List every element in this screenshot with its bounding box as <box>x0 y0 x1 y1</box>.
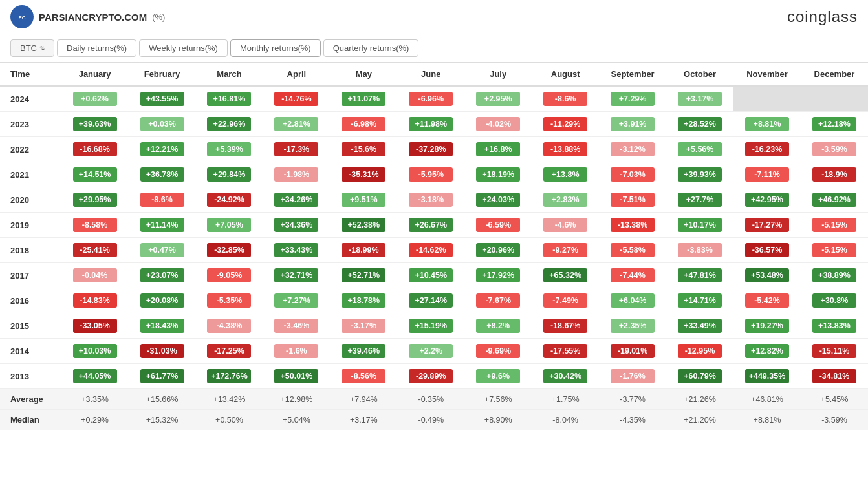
data-cell: +8.81% <box>733 112 801 137</box>
data-cell: -11.29% <box>532 112 599 137</box>
year-cell: 2014 <box>0 339 61 364</box>
data-cell: +16.8% <box>464 137 532 162</box>
cell-value: -37.28% <box>409 142 453 156</box>
cell-value: +18.78% <box>342 293 385 308</box>
cell-value: -6.59% <box>476 218 520 232</box>
data-cell: +449.35% <box>733 364 801 389</box>
data-cell: -3.46% <box>263 313 330 339</box>
data-cell: -6.98% <box>330 112 397 137</box>
data-cell: +20.08% <box>129 288 196 313</box>
cell-value: +29.84% <box>207 167 251 182</box>
cell-value: -15.6% <box>342 142 385 156</box>
data-cell: +13.8% <box>532 162 599 187</box>
data-cell: -15.11% <box>801 339 868 364</box>
data-cell: +23.07% <box>129 263 196 288</box>
table-row: 2013+44.05%+61.77%+172.76%+50.01%-8.56%-… <box>0 364 868 389</box>
cell-value: -19.01% <box>611 344 655 358</box>
median-label: Median <box>0 410 61 430</box>
year-cell: 2019 <box>0 213 61 238</box>
btc-label: BTC <box>20 43 37 53</box>
cell-value: -33.05% <box>73 319 117 333</box>
col-header-may: May <box>330 63 397 86</box>
cell-value: -16.68% <box>73 142 117 156</box>
cell-value: -36.57% <box>745 243 789 257</box>
data-cell: -5.42% <box>733 288 801 313</box>
data-cell: -14.83% <box>61 288 129 313</box>
data-cell: +52.71% <box>330 263 397 288</box>
cell-value: +38.89% <box>812 268 856 282</box>
cell-value: +14.51% <box>73 167 117 182</box>
table-header-row: TimeJanuaryFebruaryMarchAprilMayJuneJuly… <box>0 63 868 86</box>
tab-quarterly[interactable]: Quarterly returns(%) <box>323 39 419 57</box>
cell-value: +52.71% <box>342 268 385 282</box>
data-cell: +7.29% <box>599 86 666 112</box>
data-cell: -17.3% <box>263 137 330 162</box>
average-cell: +7.94% <box>330 389 397 410</box>
cell-value: -5.42% <box>745 293 789 308</box>
year-cell: 2023 <box>0 112 61 137</box>
cell-value: -14.76% <box>274 92 318 106</box>
average-cell: +7.56% <box>464 389 532 410</box>
data-cell: -1.76% <box>599 364 666 389</box>
median-cell: +0.50% <box>196 410 263 430</box>
cell-value: +172.76% <box>207 369 251 383</box>
cell-value: +24.03% <box>476 193 520 207</box>
cell-value: +2.35% <box>611 319 655 333</box>
median-cell: +15.32% <box>129 410 196 430</box>
median-cell: +8.81% <box>733 410 801 430</box>
data-cell: -18.99% <box>330 238 397 263</box>
data-cell: +34.26% <box>263 187 330 213</box>
tab-monthly[interactable]: Monthly returns(%) <box>230 39 321 57</box>
cell-value: +30.8% <box>812 293 856 308</box>
cell-value: -7.67% <box>476 293 520 308</box>
cell-value: +27.7% <box>678 193 722 207</box>
cell-value: -7.44% <box>611 268 655 282</box>
cell-value: -32.85% <box>207 243 251 257</box>
cell-value: -1.76% <box>611 369 655 383</box>
data-cell: -3.83% <box>666 238 733 263</box>
data-cell: +172.76% <box>196 364 263 389</box>
data-cell: +32.71% <box>263 263 330 288</box>
data-cell: +17.92% <box>464 263 532 288</box>
cell-value: +11.14% <box>140 218 184 232</box>
data-cell: -6.59% <box>464 213 532 238</box>
data-cell: +2.2% <box>397 339 464 364</box>
cell-value: -3.83% <box>678 243 722 257</box>
cell-value: -25.41% <box>73 243 117 257</box>
tab-btc[interactable]: BTC ⇅ <box>10 39 54 57</box>
col-header-august: August <box>532 63 599 86</box>
year-cell: 2016 <box>0 288 61 313</box>
cell-value: +7.27% <box>274 293 318 308</box>
average-cell: +21.26% <box>666 389 733 410</box>
data-cell: +14.71% <box>666 288 733 313</box>
data-cell: -8.56% <box>330 364 397 389</box>
data-cell: -7.11% <box>733 162 801 187</box>
cell-value: -34.81% <box>812 369 856 383</box>
data-cell: +19.27% <box>733 313 801 339</box>
cell-value: -9.27% <box>543 243 587 257</box>
cell-value: +0.62% <box>73 92 117 106</box>
data-cell: +11.98% <box>397 112 464 137</box>
table-row: 2020+29.95%-8.6%-24.92%+34.26%+9.51%-3.1… <box>0 187 868 213</box>
data-cell: +9.6% <box>464 364 532 389</box>
cell-value: +50.01% <box>274 369 318 383</box>
data-cell: -17.25% <box>196 339 263 364</box>
cell-value: -14.83% <box>73 293 117 308</box>
data-cell: +43.55% <box>129 86 196 112</box>
cell-value: +20.08% <box>140 293 184 308</box>
tab-daily[interactable]: Daily returns(%) <box>57 39 136 57</box>
data-cell: +26.67% <box>397 213 464 238</box>
col-header-september: September <box>599 63 666 86</box>
cell-value: -3.46% <box>274 319 318 333</box>
data-cell: +11.14% <box>129 213 196 238</box>
data-cell: +65.32% <box>532 263 599 288</box>
header: PC PARSIANCRYPTO.COM (%) coinglass <box>0 0 868 34</box>
data-cell: +33.49% <box>666 313 733 339</box>
cell-value: +449.35% <box>745 369 789 383</box>
tab-weekly[interactable]: Weekly returns(%) <box>139 39 228 57</box>
cell-value: +3.17% <box>678 92 722 106</box>
average-cell: +1.75% <box>532 389 599 410</box>
data-cell: +13.83% <box>801 313 868 339</box>
logo-area: PC PARSIANCRYPTO.COM (%) <box>10 5 165 28</box>
table-row: 2015-33.05%+18.43%-4.38%-3.46%-3.17%+15.… <box>0 313 868 339</box>
